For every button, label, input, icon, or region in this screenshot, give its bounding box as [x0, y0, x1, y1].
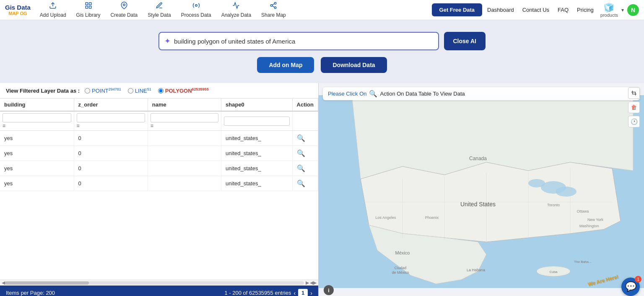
- scroll-end-arrow[interactable]: ▶: [313, 280, 317, 286]
- map-overlay-message: Please Click On 🔍 Action On Data Table T…: [323, 87, 640, 100]
- col-building: building: [0, 99, 74, 111]
- svg-point-15: [556, 187, 576, 197]
- point-radio[interactable]: POINT294781: [85, 87, 121, 94]
- cell-name: [148, 131, 221, 146]
- style-icon: [156, 2, 163, 11]
- line-radio-input[interactable]: [128, 88, 133, 93]
- history-control-button[interactable]: 🕐: [628, 116, 640, 127]
- page-number[interactable]: 1: [298, 289, 308, 296]
- info-button[interactable]: i: [324, 285, 334, 295]
- faq-link[interactable]: FAQ: [554, 7, 572, 13]
- nav-add-upload[interactable]: Add Upload: [36, 2, 70, 18]
- filter-name-input[interactable]: [151, 113, 218, 122]
- delete-control-button[interactable]: 🗑: [628, 101, 640, 113]
- cell-shape0: united_states_: [221, 146, 292, 161]
- svg-point-6: [195, 5, 197, 7]
- dashboard-link[interactable]: Dashboard: [484, 7, 517, 13]
- svg-text:New York: New York: [587, 218, 604, 222]
- table-row: yes 0 united_states_ 🔍: [0, 161, 318, 176]
- filter-building-input[interactable]: [3, 113, 71, 122]
- filter-action: [292, 111, 318, 131]
- svg-point-8: [271, 5, 273, 7]
- filter-name: ≡: [148, 111, 221, 131]
- col-name: name: [148, 99, 221, 111]
- next-page-button[interactable]: ›: [310, 290, 312, 296]
- line-radio[interactable]: LINE51: [128, 87, 151, 94]
- dropdown-icon[interactable]: ▾: [621, 7, 624, 13]
- cell-action[interactable]: 🔍: [292, 176, 318, 191]
- prev-page-button[interactable]: ‹: [293, 290, 296, 296]
- scroll-thumb[interactable]: [5, 281, 89, 285]
- zoom-action-icon[interactable]: 🔍: [297, 180, 305, 187]
- horizontal-scrollbar[interactable]: ◀ ▶ ◀ ▶: [0, 280, 318, 286]
- scroll-track[interactable]: [5, 281, 304, 285]
- search-input-wrapper: ✦: [158, 32, 439, 50]
- filter-z-order-input[interactable]: [77, 113, 145, 122]
- search-input[interactable]: [174, 38, 433, 45]
- svg-point-7: [275, 3, 277, 5]
- upload-icon: [49, 2, 57, 11]
- cell-action[interactable]: 🔍: [292, 146, 318, 161]
- filter-building: ≡: [0, 111, 74, 131]
- nav-gis-library[interactable]: Gis Library: [72, 2, 105, 18]
- create-icon: [120, 2, 128, 11]
- filter-z-order-icon: ≡: [77, 123, 80, 129]
- cell-building: yes: [0, 131, 74, 146]
- col-shape0: shape0: [221, 99, 292, 111]
- pagination-info: 1 - 200 of 62535955 entries: [224, 290, 291, 296]
- cell-action[interactable]: 🔍: [292, 131, 318, 146]
- logo-top: Gis Data: [5, 4, 31, 11]
- pagination: 1 - 200 of 62535955 entries ‹ 1 ›: [224, 289, 312, 296]
- line-label: LINE51: [135, 87, 151, 94]
- zoom-action-icon[interactable]: 🔍: [297, 165, 305, 172]
- scroll-right-arrow[interactable]: ▶: [306, 280, 309, 286]
- action-buttons: Add on Map Download Data: [257, 57, 387, 73]
- nav-share-map-label: Share Map: [261, 12, 286, 18]
- nav-share-map[interactable]: Share Map: [257, 2, 290, 18]
- data-table: building z_order name shape0 Action ≡: [0, 99, 318, 280]
- zoom-action-icon[interactable]: 🔍: [297, 150, 305, 157]
- close-ai-button[interactable]: Close AI: [444, 32, 486, 50]
- download-data-button[interactable]: Download Data: [321, 57, 387, 73]
- svg-text:Cuba: Cuba: [549, 270, 558, 274]
- products-menu[interactable]: 🧊 products: [600, 3, 618, 18]
- add-on-map-button[interactable]: Add on Map: [257, 57, 314, 73]
- spark-icon: ✦: [164, 36, 171, 46]
- user-avatar[interactable]: N: [627, 4, 639, 16]
- results-table: building z_order name shape0 Action ≡: [0, 99, 318, 191]
- scroll-start-arrow[interactable]: ◀: [310, 280, 313, 286]
- filter-header: View Filtered Layer Data as : POINT29478…: [0, 83, 318, 99]
- share-icon: [270, 2, 277, 11]
- logo-bottom: MAP OG: [8, 11, 27, 16]
- polygon-radio-input[interactable]: [158, 88, 164, 93]
- nav-style-data[interactable]: Style Data: [143, 2, 175, 18]
- nav-process-data[interactable]: Process Data: [177, 2, 216, 18]
- svg-text:Washington: Washington: [579, 224, 599, 228]
- table-row: yes 0 united_states_ 🔍: [0, 176, 318, 191]
- cell-name: [148, 146, 221, 161]
- logo[interactable]: Gis Data MAP OG: [5, 4, 31, 16]
- table-body: yes 0 united_states_ 🔍 yes 0 united_stat…: [0, 131, 318, 191]
- get-free-data-button[interactable]: Get Free Data: [432, 3, 483, 16]
- scroll-left-arrow[interactable]: ◀: [2, 280, 5, 286]
- svg-rect-4: [86, 6, 88, 8]
- nav-create-data[interactable]: Create Data: [106, 2, 142, 18]
- cell-action[interactable]: 🔍: [292, 161, 318, 176]
- polygon-radio[interactable]: POLYGON62535955: [158, 87, 209, 94]
- zoom-action-icon[interactable]: 🔍: [297, 135, 305, 142]
- nav-analyze-data[interactable]: Analyze Data: [217, 2, 255, 18]
- cell-name: [148, 161, 221, 176]
- svg-text:México: México: [395, 250, 410, 255]
- pricing-link[interactable]: Pricing: [574, 7, 597, 13]
- filter-building-icon: ≡: [3, 123, 5, 129]
- chat-button[interactable]: 💬 1: [621, 278, 640, 296]
- table-row: yes 0 united_states_ 🔍: [0, 131, 318, 146]
- nav-process-data-label: Process Data: [181, 12, 211, 18]
- filter-shape0-input[interactable]: [224, 117, 289, 126]
- crop-control-button[interactable]: [628, 87, 640, 99]
- nav-gis-library-label: Gis Library: [76, 12, 101, 18]
- svg-text:Phoenix: Phoenix: [425, 216, 439, 220]
- contact-us-link[interactable]: Contact Us: [519, 7, 553, 13]
- svg-text:La Habana: La Habana: [467, 268, 485, 272]
- point-radio-input[interactable]: [85, 88, 90, 93]
